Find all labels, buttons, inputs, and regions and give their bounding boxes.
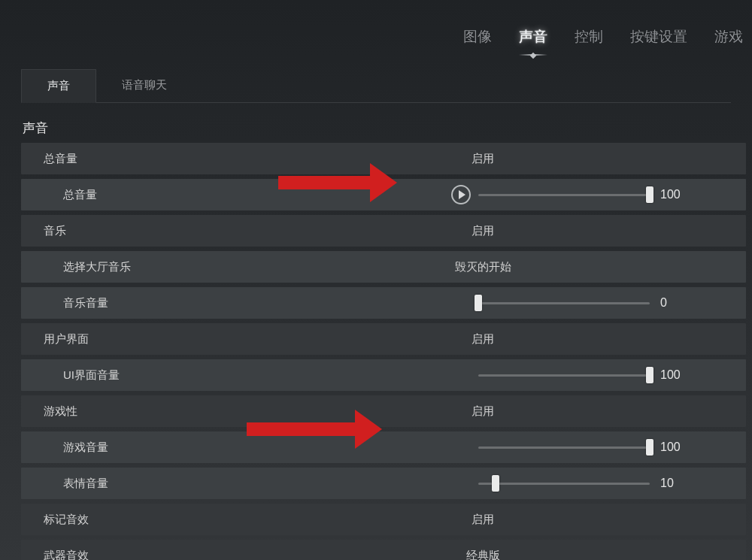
- row-gameplay-header[interactable]: 游戏性 启用: [21, 395, 746, 427]
- nav-active-indicator-icon: [530, 53, 536, 59]
- label-music: 音乐: [21, 224, 66, 238]
- nav-game[interactable]: 游戏: [714, 27, 743, 47]
- play-icon[interactable]: [451, 185, 471, 204]
- label-music-vol: 音乐音量: [21, 296, 108, 310]
- value-emote-vol: 10: [660, 477, 687, 490]
- label-master: 总音量: [21, 152, 77, 166]
- subtab-sound[interactable]: 声音: [21, 69, 96, 103]
- value-lobby-music: 毁灭的开始: [347, 260, 618, 274]
- slider-emote[interactable]: 10: [478, 477, 687, 490]
- value-ui-enabled: 启用: [347, 332, 618, 347]
- slider-track[interactable]: [478, 302, 650, 304]
- label-game-vol: 游戏音量: [21, 440, 108, 455]
- row-lobby-music[interactable]: 选择大厅音乐 毁灭的开始: [21, 251, 746, 283]
- nav-image[interactable]: 图像: [463, 27, 492, 47]
- row-music-header[interactable]: 音乐 启用: [21, 215, 746, 247]
- annotation-arrow-icon: [247, 422, 359, 436]
- value-music-enabled: 启用: [347, 224, 618, 238]
- label-ui: 用户界面: [21, 332, 89, 347]
- label-master-vol: 总音量: [21, 188, 97, 202]
- label-weapon-sfx: 武器音效: [21, 549, 89, 561]
- slider-track[interactable]: [478, 194, 650, 196]
- nav-sound-label: 声音: [519, 29, 547, 44]
- value-ping-enabled: 启用: [347, 513, 618, 527]
- row-game-volume: 游戏音量 100: [21, 431, 746, 463]
- label-ping-sfx: 标记音效: [21, 513, 89, 527]
- row-ui-volume: UI界面音量 100: [21, 359, 746, 391]
- annotation-arrow-icon: [278, 176, 374, 189]
- settings-rows: 总音量 启用 总音量 100 音乐 启用 选择大厅音乐 毁灭的开始 音乐音量: [21, 143, 752, 560]
- row-music-volume: 音乐音量 0: [21, 287, 746, 319]
- label-lobby-music: 选择大厅音乐: [21, 260, 131, 274]
- slider-track[interactable]: [478, 374, 650, 377]
- slider-thumb[interactable]: [646, 186, 653, 203]
- slider-thumb[interactable]: [475, 295, 482, 311]
- label-ui-vol: UI界面音量: [21, 368, 120, 383]
- nav-control[interactable]: 控制: [575, 27, 603, 47]
- label-emote-vol: 表情音量: [21, 477, 108, 491]
- row-ui-header[interactable]: 用户界面 启用: [21, 323, 746, 355]
- value-weapon-style: 经典版: [347, 549, 618, 561]
- row-emote-volume: 表情音量 10: [21, 468, 746, 499]
- nav-sound[interactable]: 声音: [519, 27, 547, 47]
- slider-music[interactable]: 0: [478, 296, 687, 310]
- slider-game[interactable]: 100: [478, 440, 687, 454]
- slider-thumb[interactable]: [646, 439, 653, 456]
- row-weapon-sfx[interactable]: 武器音效 经典版: [21, 540, 746, 560]
- value-game-vol: 100: [660, 440, 687, 454]
- slider-track[interactable]: [478, 483, 650, 485]
- value-ui-vol: 100: [660, 368, 687, 382]
- value-gameplay-enabled: 启用: [347, 404, 618, 419]
- slider-track[interactable]: [478, 446, 650, 449]
- section-title-sound: 声音: [23, 120, 752, 137]
- sub-tab-bar: 声音 语音聊天: [21, 69, 731, 103]
- subtab-voice-chat[interactable]: 语音聊天: [96, 69, 193, 102]
- slider-master[interactable]: 100: [478, 188, 687, 201]
- value-music-vol: 0: [660, 296, 687, 310]
- main-nav: 图像 声音 控制 按键设置 游戏: [0, 0, 752, 53]
- slider-thumb[interactable]: [646, 367, 653, 383]
- nav-keybind[interactable]: 按键设置: [630, 27, 687, 47]
- slider-thumb[interactable]: [492, 475, 499, 492]
- label-gameplay: 游戏性: [21, 404, 77, 419]
- value-master-vol: 100: [660, 188, 687, 201]
- row-ping-sfx[interactable]: 标记音效 启用: [21, 504, 746, 535]
- slider-ui[interactable]: 100: [478, 368, 687, 382]
